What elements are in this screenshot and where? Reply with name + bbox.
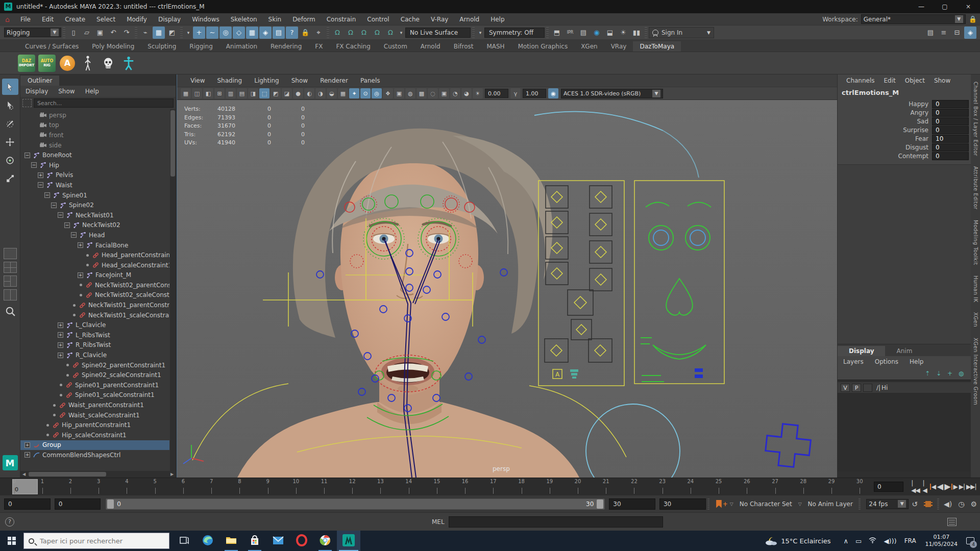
outliner-horizontal-scrollbar[interactable]: ◀ ▶ xyxy=(20,471,176,478)
outliner-row-pelvis[interactable]: + Pelvis xyxy=(20,170,169,181)
outliner-row-spine01[interactable]: − Spine01 xyxy=(20,190,169,201)
viewport-menu-shading[interactable]: Shading xyxy=(211,77,248,84)
display-render-view-icon[interactable]: ◉ xyxy=(591,27,603,39)
shelf-tab-fx[interactable]: FX xyxy=(308,41,329,52)
step-forward-key-button[interactable]: ▶ xyxy=(951,483,957,490)
timeline-frame-29[interactable]: 29 xyxy=(817,478,845,495)
construction-history-icon[interactable]: Ω xyxy=(331,27,344,39)
mel-command-input[interactable] xyxy=(449,516,663,528)
weather-widget[interactable]: 15°C Eclaircies xyxy=(765,536,830,546)
scale-tool[interactable] xyxy=(2,170,18,187)
lock-camera-icon[interactable]: ◫ xyxy=(192,88,202,98)
loop-playback-icon[interactable]: ↺ xyxy=(912,500,918,508)
hierarchy-mode-icon[interactable]: ⌁ xyxy=(139,27,152,39)
daz-import-button[interactable]: DAZIMPORT xyxy=(17,54,36,72)
channel-value-field[interactable]: 0 xyxy=(932,109,969,117)
play-backwards-button[interactable]: ◀ xyxy=(937,482,943,491)
ik-handle-history-icon[interactable]: Ω xyxy=(384,27,397,39)
snap-point-icon[interactable]: ◎ xyxy=(219,27,232,39)
outliner-row-hip-scaleconstraint1[interactable]: Hip_scaleConstraint1 xyxy=(20,430,169,440)
timeline-frame-21[interactable]: 21 xyxy=(592,478,620,495)
exposure-field[interactable]: 0.00 xyxy=(485,89,508,98)
expander-icon[interactable]: − xyxy=(24,153,30,158)
side-tab-channel-box-layer-editor[interactable]: Channel Box / Layer Editor xyxy=(973,77,978,161)
viewport-menu-view[interactable]: View xyxy=(184,77,211,84)
animation-end-field[interactable]: 30 xyxy=(659,498,706,510)
dropdown-arrow-icon[interactable]: ▾ xyxy=(398,27,405,39)
expander-icon[interactable]: − xyxy=(51,203,57,208)
channel-value-field[interactable]: 10 xyxy=(932,135,969,143)
dropdown-arrow-icon[interactable]: ▾ xyxy=(477,27,484,39)
timeline-frame-24[interactable]: 24 xyxy=(676,478,704,495)
outliner-row-necktwist01-scaleconstraint1[interactable]: NeckTwist01_scaleConstraint1 xyxy=(20,310,169,320)
channel-box-node-name[interactable]: ctrlEmotions_M xyxy=(838,87,971,99)
grid-icon[interactable]: ⬚ xyxy=(259,88,270,98)
minimize-button[interactable]: — xyxy=(910,0,933,13)
menu-control[interactable]: Control xyxy=(361,13,395,26)
timeline-frame-13[interactable]: 13 xyxy=(366,478,395,495)
deformer-history-icon[interactable]: Ω xyxy=(371,27,383,39)
channel-value-field[interactable]: 0 xyxy=(932,100,969,108)
joints-xray-icon[interactable]: ◕ xyxy=(461,88,472,98)
layer-editor-scrollbar[interactable] xyxy=(838,471,971,478)
workspace-lock-icon[interactable]: 🔒 xyxy=(969,15,977,23)
outliner-row-necktwist02-parentconstrai[interactable]: NeckTwist02_parentConstrai xyxy=(20,280,169,290)
timeline-frame-12[interactable]: 12 xyxy=(338,478,366,495)
chevron-down-icon[interactable]: ▼ xyxy=(955,15,963,23)
side-tab-human-ik[interactable]: Human IK xyxy=(973,270,978,308)
channel-box-menu-show[interactable]: Show xyxy=(929,77,955,84)
menu-arnold[interactable]: Arnold xyxy=(454,13,485,26)
scroll-right-icon[interactable]: ▶ xyxy=(168,472,176,477)
channel-label[interactable]: Sad xyxy=(838,118,932,125)
layer-name[interactable]: Hi xyxy=(881,384,888,391)
outliner-row-side[interactable]: side xyxy=(20,140,169,151)
timeline-frame-10[interactable]: 10 xyxy=(282,478,310,495)
playblast-icon[interactable] xyxy=(924,500,933,508)
cast-icon[interactable]: ▭ xyxy=(855,537,862,545)
snap-view-plane-icon[interactable]: ▦ xyxy=(246,27,258,39)
taskbar-app-maya[interactable] xyxy=(337,531,360,551)
channel-label[interactable]: Happy xyxy=(838,101,932,108)
expander-icon[interactable]: + xyxy=(24,452,30,458)
motion-blur-icon[interactable]: ◍ xyxy=(405,88,415,98)
timeline-frame-19[interactable]: 19 xyxy=(535,478,564,495)
maya-home-icon[interactable]: ⌂ xyxy=(5,15,10,23)
2d-pan-zoom-icon[interactable]: ▤ xyxy=(237,88,247,98)
menu-create[interactable]: Create xyxy=(59,13,91,26)
taskbar-app-opera[interactable] xyxy=(290,531,313,551)
shelf-tab-daztomaya[interactable]: DazToMaya xyxy=(633,41,681,52)
sync-time-icon[interactable]: ◷ xyxy=(958,500,964,508)
mute-audio-icon[interactable]: ◀) xyxy=(944,500,952,508)
menu-deform[interactable]: Deform xyxy=(287,13,321,26)
timeline-frame-11[interactable]: 11 xyxy=(310,478,338,495)
range-slider[interactable]: 0 30 xyxy=(106,498,605,510)
side-tab-xgen[interactable]: XGen xyxy=(973,307,978,332)
timeline-frame-26[interactable]: 26 xyxy=(733,478,761,495)
taskbar-app-chrome[interactable] xyxy=(313,531,337,551)
outliner-row-top[interactable]: top xyxy=(20,120,169,131)
timeline-frame-6[interactable]: 6 xyxy=(169,478,197,495)
expander-icon[interactable]: + xyxy=(78,242,83,248)
channel-label[interactable]: Angry xyxy=(838,109,932,116)
outliner-row-waist[interactable]: − Waist xyxy=(20,180,169,190)
menu-modify[interactable]: Modify xyxy=(121,13,153,26)
undo-icon[interactable]: ↶ xyxy=(107,27,119,39)
channel-value-field[interactable]: 0 xyxy=(932,152,969,160)
chevron-down-icon[interactable]: ▼ xyxy=(51,29,59,36)
outliner-row-hip[interactable]: − Hip xyxy=(20,160,169,170)
surface-history-icon[interactable]: Ω xyxy=(358,27,370,39)
expander-icon[interactable]: − xyxy=(58,212,63,218)
outliner-row-necktwist02-scaleconstraint[interactable]: NeckTwist02_scaleConstraint xyxy=(20,290,169,300)
outliner-row-hip-parentconstraint1[interactable]: Hip_parentConstraint1 xyxy=(20,420,169,430)
tray-expand-icon[interactable]: ∧ xyxy=(844,537,849,545)
multisample-icon[interactable]: ▩ xyxy=(416,88,427,98)
shelf-tab-bifrost[interactable]: Bifrost xyxy=(447,41,480,52)
layer-playback-toggle[interactable]: P xyxy=(852,384,861,392)
outliner-row-persp[interactable]: persp xyxy=(20,110,169,120)
timeline-frame-20[interactable]: 20 xyxy=(564,478,592,495)
mannequin-icon[interactable] xyxy=(79,54,97,72)
pause-icon[interactable]: ▮▮ xyxy=(630,27,643,39)
expander-icon[interactable]: + xyxy=(58,353,63,358)
dropdown-arrow-icon[interactable]: ▾ xyxy=(185,27,192,39)
menu-edit[interactable]: Edit xyxy=(36,13,59,26)
